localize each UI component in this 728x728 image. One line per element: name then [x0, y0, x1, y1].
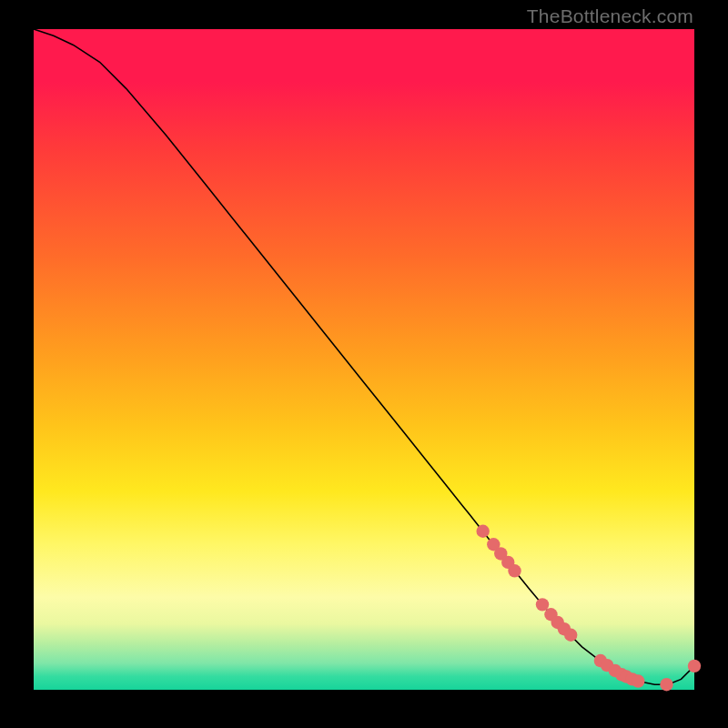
data-marker	[564, 629, 577, 642]
data-markers	[476, 525, 701, 692]
chart-stage: TheBottleneck.com	[0, 0, 728, 728]
data-marker	[660, 678, 672, 691]
watermark-text: TheBottleneck.com	[527, 5, 693, 27]
data-marker	[688, 660, 701, 672]
data-curve	[34, 29, 694, 684]
data-marker	[476, 525, 489, 538]
data-marker	[632, 674, 644, 687]
chart-svg	[34, 29, 694, 690]
data-marker	[508, 564, 521, 577]
data-marker	[536, 598, 549, 611]
plot-area	[34, 29, 694, 690]
